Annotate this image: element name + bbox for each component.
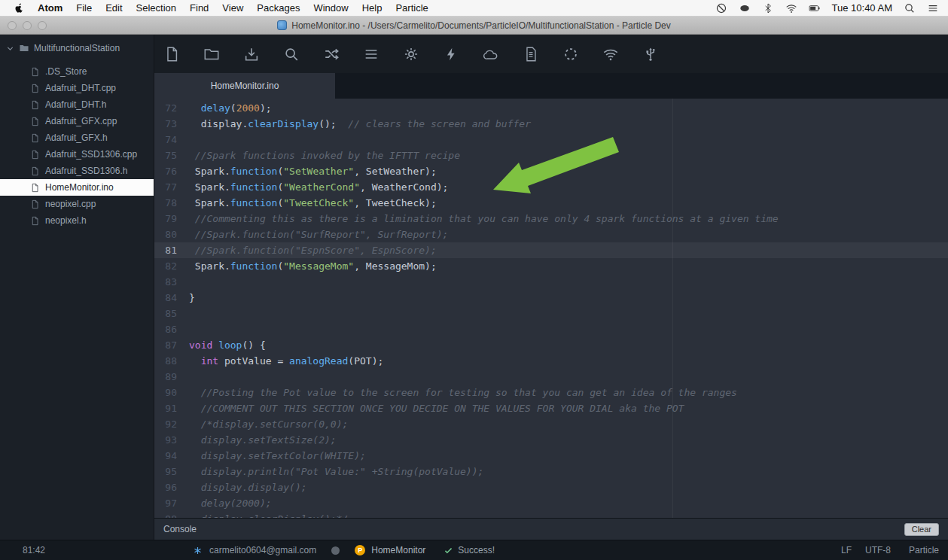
line-number: 83 bbox=[154, 274, 189, 290]
search-icon[interactable] bbox=[283, 46, 300, 62]
chevron-down-icon[interactable] bbox=[6, 44, 14, 53]
menu-item-packages[interactable]: Packages bbox=[250, 2, 306, 14]
console-title: Console bbox=[163, 524, 197, 534]
do-not-disturb-icon[interactable] bbox=[715, 2, 727, 14]
status-bar: 81:42 carmelito0604@gmail.com P HomeMoni… bbox=[0, 540, 948, 560]
sidebar-file-Adafruit_DHT.h[interactable]: Adafruit_DHT.h bbox=[0, 96, 154, 113]
sync-asterisk-icon[interactable] bbox=[193, 546, 203, 555]
encoding-indicator[interactable]: UTF-8 bbox=[865, 545, 891, 555]
sidebar-file-neopixel.cpp[interactable]: neopixel.cpp bbox=[0, 196, 154, 212]
save-icon[interactable] bbox=[243, 46, 260, 62]
file-icon bbox=[30, 166, 40, 176]
code-line-80[interactable]: 80 //Spark.function("SurfReport", SurfRe… bbox=[154, 227, 948, 242]
code-line-83[interactable]: 83 bbox=[154, 274, 948, 290]
code-line-86[interactable]: 86 bbox=[154, 321, 948, 337]
code-line-75[interactable]: 75 //Spark functions invoked by the IFTT… bbox=[154, 148, 948, 163]
code-line-85[interactable]: 85 bbox=[154, 306, 948, 321]
code-editor[interactable]: 72 delay(2000);73 display.clearDisplay()… bbox=[154, 99, 948, 518]
code-line-82[interactable]: 82 Spark.function("MessageMom", MessageM… bbox=[154, 258, 948, 274]
code-line-81[interactable]: 81 //Spark.function("EspnScore", EspnSco… bbox=[154, 242, 948, 258]
log-icon[interactable] bbox=[523, 46, 539, 62]
code-line-95[interactable]: 95 display.println("Pot Value:" +String(… bbox=[154, 464, 948, 479]
code-line-73[interactable]: 73 display.clearDisplay(); // clears the… bbox=[154, 116, 948, 132]
code-line-87[interactable]: 87void loop() { bbox=[154, 337, 948, 353]
bluetooth-icon[interactable] bbox=[762, 2, 774, 14]
panel-list-icon[interactable] bbox=[363, 46, 380, 62]
sidebar-file-neopixel.h[interactable]: neopixel.h bbox=[0, 212, 154, 229]
code-line-96[interactable]: 96 display.display(); bbox=[154, 479, 948, 495]
file-icon bbox=[30, 84, 40, 93]
flash-icon[interactable] bbox=[443, 46, 459, 62]
sidebar-file-Adafruit_GFX.cpp[interactable]: Adafruit_GFX.cpp bbox=[0, 113, 154, 129]
close-button[interactable] bbox=[8, 21, 17, 30]
file-icon bbox=[30, 100, 40, 110]
tab-homemonitor[interactable]: HomeMonitor.ino bbox=[154, 73, 335, 99]
wifi-icon-toolbar[interactable] bbox=[602, 46, 619, 62]
macos-menu-bar: AtomFileEditSelectionFindViewPackagesWin… bbox=[0, 0, 948, 17]
compile-icon[interactable] bbox=[323, 46, 340, 62]
code-text: //Commenting this as there is a liminati… bbox=[189, 211, 779, 227]
menu-item-window[interactable]: Window bbox=[306, 2, 355, 14]
notification-center-icon[interactable] bbox=[927, 2, 939, 14]
menu-item-selection[interactable]: Selection bbox=[130, 2, 183, 14]
account-email[interactable]: carmelito0604@gmail.com bbox=[209, 545, 316, 555]
apple-logo-icon[interactable] bbox=[14, 2, 25, 14]
minimize-button[interactable] bbox=[23, 21, 32, 30]
spinner-icon[interactable] bbox=[562, 46, 579, 62]
menu-item-help[interactable]: Help bbox=[355, 2, 389, 14]
code-line-92[interactable]: 92 /*display.setCursor(0,0); bbox=[154, 416, 948, 432]
menu-item-atom[interactable]: Atom bbox=[31, 2, 69, 14]
code-line-76[interactable]: 76 Spark.function("SetWeather", SetWeath… bbox=[154, 163, 948, 179]
new-file-icon[interactable] bbox=[163, 46, 180, 62]
code-line-77[interactable]: 77 Spark.function("WeatherCond", Weather… bbox=[154, 179, 948, 195]
settings-gear-icon[interactable] bbox=[403, 46, 419, 62]
code-line-91[interactable]: 91 //COMMENT OUT THIS SECTION ONCE YOU D… bbox=[154, 400, 948, 416]
cloud-icon[interactable] bbox=[483, 46, 499, 62]
sidebar-file-.DS_Store[interactable]: .DS_Store bbox=[0, 63, 154, 80]
sidebar-file-HomeMonitor.ino[interactable]: HomeMonitor.ino bbox=[0, 179, 154, 196]
sidebar-file-Adafruit_SSD1306.h[interactable]: Adafruit_SSD1306.h bbox=[0, 163, 154, 179]
oval-indicator-icon[interactable] bbox=[739, 2, 751, 14]
code-line-94[interactable]: 94 display.setTextColor(WHITE); bbox=[154, 448, 948, 464]
battery-icon[interactable] bbox=[809, 2, 821, 14]
open-folder-icon[interactable] bbox=[203, 46, 220, 62]
code-line-90[interactable]: 90 //Posting the Pot value to the screen… bbox=[154, 385, 948, 400]
code-line-84[interactable]: 84} bbox=[154, 290, 948, 306]
code-line-98[interactable]: 98 display.clearDisplay();*/ bbox=[154, 511, 948, 518]
serial-usb-icon[interactable] bbox=[642, 46, 659, 62]
sidebar-file-Adafruit_DHT.cpp[interactable]: Adafruit_DHT.cpp bbox=[0, 80, 154, 96]
grammar-indicator[interactable]: Particle bbox=[909, 545, 939, 555]
code-line-89[interactable]: 89 bbox=[154, 369, 948, 385]
line-number: 75 bbox=[154, 148, 189, 163]
menu-item-file[interactable]: File bbox=[69, 2, 99, 14]
project-name[interactable]: HomeMonitor bbox=[371, 545, 425, 555]
code-line-72[interactable]: 72 delay(2000); bbox=[154, 100, 948, 116]
code-line-97[interactable]: 97 delay(2000); bbox=[154, 495, 948, 511]
title-wrap: HomeMonitor.ino - /Users/Carmelito/Docum… bbox=[277, 20, 671, 31]
line-ending-indicator[interactable]: LF bbox=[841, 545, 852, 555]
spotlight-search-icon[interactable] bbox=[904, 2, 916, 14]
status-message: Success! bbox=[458, 545, 495, 555]
menu-item-view[interactable]: View bbox=[215, 2, 250, 14]
line-number: 77 bbox=[154, 179, 189, 195]
console-clear-button[interactable]: Clear bbox=[904, 523, 939, 536]
code-line-78[interactable]: 78 Spark.function("TweetCheck", TweetChe… bbox=[154, 195, 948, 211]
wifi-icon[interactable] bbox=[785, 2, 797, 14]
menu-item-particle[interactable]: Particle bbox=[389, 2, 434, 14]
sidebar-root-folder[interactable]: MultifunctionalStation bbox=[0, 39, 154, 57]
console-panel-header: Console Clear bbox=[154, 518, 948, 540]
code-line-93[interactable]: 93 display.setTextSize(2); bbox=[154, 432, 948, 448]
zoom-button[interactable] bbox=[38, 21, 47, 30]
sidebar-file-Adafruit_GFX.h[interactable]: Adafruit_GFX.h bbox=[0, 129, 154, 146]
menu-item-edit[interactable]: Edit bbox=[99, 2, 129, 14]
code-line-88[interactable]: 88 int potValue = analogRead(POT); bbox=[154, 353, 948, 369]
menu-item-find[interactable]: Find bbox=[183, 2, 215, 14]
project-badge[interactable]: P bbox=[355, 545, 365, 555]
line-number: 85 bbox=[154, 306, 189, 321]
window-title-bar[interactable]: HomeMonitor.ino - /Users/Carmelito/Docum… bbox=[0, 17, 948, 35]
sidebar-file-Adafruit_SSD1306.cpp[interactable]: Adafruit_SSD1306.cpp bbox=[0, 146, 154, 163]
cursor-position[interactable]: 81:42 bbox=[23, 545, 45, 555]
code-line-74[interactable]: 74 bbox=[154, 132, 948, 148]
offline-dot-icon bbox=[331, 546, 340, 555]
code-line-79[interactable]: 79 //Commenting this as there is a limin… bbox=[154, 211, 948, 227]
